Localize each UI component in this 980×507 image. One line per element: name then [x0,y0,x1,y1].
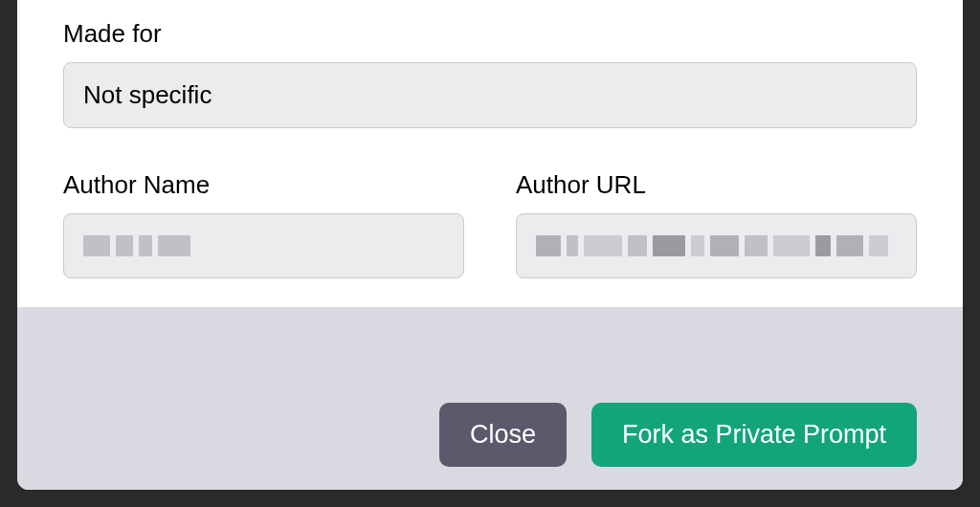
redacted-text [83,231,444,260]
author-name-label: Author Name [63,170,464,200]
author-url-input[interactable] [516,213,917,278]
dialog-filler [17,307,963,380]
dialog-footer: Close Fork as Private Prompt [17,380,963,490]
author-name-input[interactable] [63,213,464,278]
close-button[interactable]: Close [439,403,567,467]
made-for-input[interactable] [63,62,917,128]
dialog-panel: Made for Author Name Author URL [17,0,963,490]
redacted-text [536,231,897,260]
author-url-label: Author URL [516,170,917,200]
fork-private-prompt-button[interactable]: Fork as Private Prompt [591,403,917,467]
made-for-label: Made for [63,19,917,49]
dialog-content: Made for Author Name Author URL [17,0,963,307]
